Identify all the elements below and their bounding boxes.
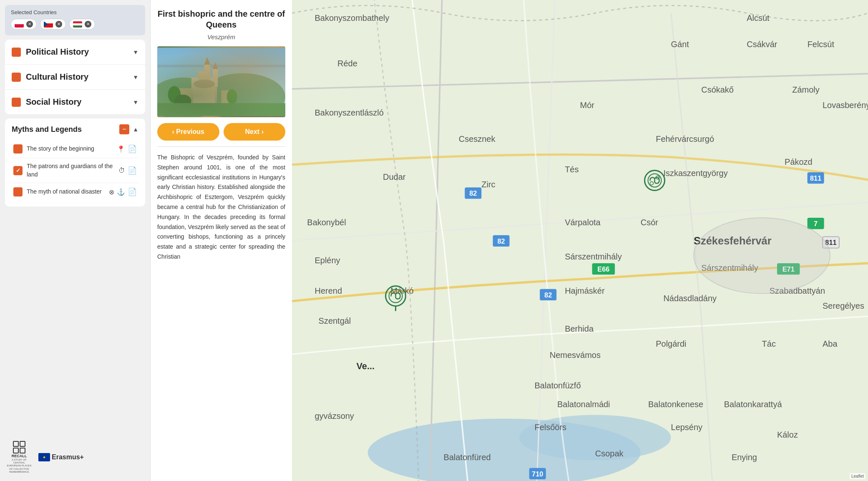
map-container: Bársonyos Kisber Bokod Oroszlány Császár…: [292, 0, 868, 481]
political-history-chevron: ▼: [133, 49, 138, 55]
middle-panel: First bishopric and the centre of Queens…: [150, 0, 292, 481]
anchor-icon-disaster[interactable]: ⚓: [117, 188, 125, 196]
flag-hungary: [73, 21, 82, 28]
svg-text:Eplény: Eplény: [315, 256, 340, 265]
svg-text:Balatonkenese: Balatonkenese: [648, 400, 703, 409]
svg-text:Ve...: Ve...: [356, 361, 375, 371]
timer-icon-patrons[interactable]: ⏱: [118, 167, 125, 174]
map-panel[interactable]: Bársonyos Kisber Bokod Oroszlány Császár…: [292, 0, 868, 481]
svg-text:Várpalota: Várpalota: [565, 218, 601, 227]
svg-text:Polgárdi: Polgárdi: [656, 339, 686, 348]
myth-icons-disaster: ⊗ ⚓ 📄: [109, 187, 137, 196]
svg-text:Sárszentmihály: Sárszentmihály: [565, 252, 622, 261]
svg-text:Balatonfüzfő: Balatonfüzfő: [534, 381, 581, 390]
map-marker-veszprem[interactable]: [384, 285, 407, 312]
svg-text:Berhida: Berhida: [565, 324, 594, 333]
myth-item-beginning: The story of the beginning 📍 📄: [12, 140, 138, 158]
remove-czech-button[interactable]: ✕: [55, 21, 62, 28]
svg-point-105: [694, 218, 830, 294]
svg-text:Felsőörs: Felsőörs: [534, 423, 566, 432]
social-history-left: Social History: [12, 97, 81, 107]
svg-text:Seregélyes: Seregélyes: [823, 301, 864, 310]
svg-text:Zirc: Zirc: [481, 180, 495, 189]
leaflet-attribution: Leaflet: [850, 473, 865, 479]
svg-text:Dudar: Dudar: [383, 172, 406, 181]
myths-header: Myths and Legends − ▲: [12, 124, 138, 134]
doc-icon-disaster[interactable]: 📄: [128, 187, 137, 196]
article-body: The Bishopric of Veszprém, founded by Sa…: [157, 153, 285, 262]
political-history-color: [12, 48, 21, 57]
next-button[interactable]: Next ›: [224, 123, 286, 141]
svg-text:Zámoly: Zámoly: [792, 85, 819, 94]
svg-text:Csopak: Csopak: [595, 449, 624, 458]
svg-text:Gánt: Gánt: [671, 40, 689, 49]
svg-text:Lepsény: Lepsény: [671, 423, 703, 432]
country-tag-hu: ✕: [69, 19, 95, 30]
sidebar: Selected Countries ✕ ✕ ✕ Political Histo…: [0, 0, 150, 481]
myth-checkbox-beginning[interactable]: [13, 144, 23, 154]
remove-hungary-button[interactable]: ✕: [85, 21, 91, 28]
myth-label-beginning: The story of the beginning: [27, 145, 113, 153]
svg-text:Bakonyszombathely: Bakonyszombathely: [315, 13, 390, 23]
svg-text:Alcsút: Alcsút: [747, 13, 770, 23]
map-svg: Bársonyos Kisber Bokod Oroszlány Császár…: [292, 0, 868, 481]
svg-text:Csesznek: Csesznek: [459, 134, 496, 144]
country-tag-cz: ✕: [40, 19, 66, 30]
svg-text:Mór: Mór: [580, 101, 595, 110]
myth-icons-patrons: ⏱ 📄: [118, 166, 137, 175]
svg-text:E66: E66: [597, 265, 609, 273]
svg-text:Lovasberény: Lovasberény: [823, 101, 868, 110]
myth-label-patrons: The patrons and guardians of the land: [27, 162, 114, 179]
svg-text:gyvázsony: gyvázsony: [315, 411, 354, 421]
previous-button[interactable]: ‹ Previous: [157, 123, 219, 141]
footer-logos: RECALL A STUDY OF CENTRAL EUROPEAN PLACE…: [5, 438, 145, 476]
svg-text:Nádasdladány: Nádasdladány: [663, 294, 717, 303]
country-tag-pl: ✕: [11, 19, 37, 30]
svg-text:Szentgál: Szentgál: [319, 316, 351, 325]
cultural-history-left: Cultural History: [12, 72, 88, 82]
cultural-history-label: Cultural History: [26, 72, 88, 82]
svg-text:Csákvár: Csákvár: [747, 40, 777, 49]
erasmus-logo: ★ Erasmus+: [38, 453, 84, 461]
social-history-chevron: ▼: [133, 99, 138, 106]
cultural-history-chevron: ▼: [133, 74, 138, 81]
doc-icon-patrons[interactable]: 📄: [128, 166, 137, 175]
recall-text: RECALL: [12, 454, 27, 458]
svg-text:Balatonfüred: Balatonfüred: [443, 453, 491, 462]
political-history-label: Political History: [26, 47, 89, 57]
pin-icon-beginning[interactable]: 📍: [117, 145, 125, 153]
country-tags: ✕ ✕ ✕: [11, 19, 139, 30]
political-history-item[interactable]: Political History ▼: [5, 40, 145, 65]
cultural-history-right: ▼: [133, 74, 138, 81]
recall-logo: RECALL A STUDY OF CENTRAL EUROPEAN PLACE…: [7, 441, 32, 473]
svg-text:Csór: Csór: [641, 218, 659, 227]
myths-collapse-button[interactable]: ▲: [133, 126, 138, 133]
svg-text:Káloz: Káloz: [777, 430, 798, 439]
myths-title: Myths and Legends: [12, 125, 82, 134]
recall-cell-2: [20, 441, 25, 447]
svg-text:Réde: Réde: [337, 59, 357, 68]
nav-buttons: ‹ Previous Next ›: [157, 123, 285, 141]
image-overlay: [157, 46, 285, 117]
svg-text:Balatonkarattyá: Balatonkarattyá: [724, 400, 782, 409]
myth-checkbox-disaster[interactable]: [13, 187, 23, 196]
remove-poland-button[interactable]: ✕: [26, 21, 33, 28]
recall-cell-1: [13, 441, 19, 447]
political-history-left: Political History: [12, 47, 89, 57]
cultural-history-item[interactable]: Cultural History ▼: [5, 65, 145, 90]
svg-text:Iszkaszentgyörgy: Iszkaszentgyörgy: [663, 169, 727, 178]
doc-icon-beginning[interactable]: 📄: [128, 144, 137, 154]
social-history-right: ▼: [133, 99, 138, 106]
map-marker-szekesfehervar[interactable]: [644, 169, 667, 196]
article-location: Veszprém: [157, 33, 285, 40]
cultural-history-color: [12, 73, 21, 82]
myth-checkbox-patrons[interactable]: [13, 166, 23, 175]
history-categories-box: Political History ▼ Cultural History ▼ S…: [5, 40, 145, 114]
cross-icon-disaster[interactable]: ⊗: [109, 188, 114, 196]
svg-text:Herend: Herend: [315, 286, 342, 295]
social-history-item[interactable]: Social History ▼: [5, 90, 145, 114]
flag-poland: [15, 21, 24, 28]
myths-minus-button[interactable]: −: [119, 124, 129, 134]
svg-text:Csókakő: Csókakő: [701, 85, 734, 94]
svg-text:Tác: Tác: [762, 339, 776, 348]
